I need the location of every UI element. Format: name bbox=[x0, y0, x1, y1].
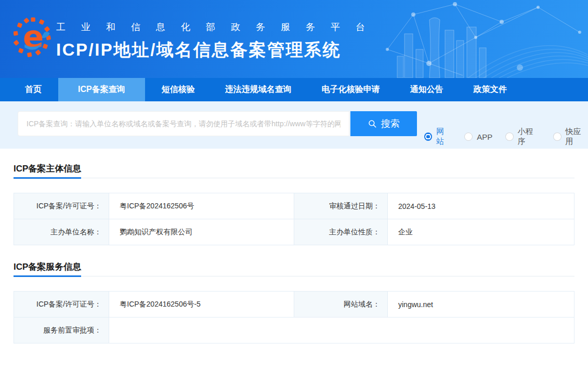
table-row: ICP备案/许可证号： 粤ICP备2024162506号-5 网站域名： yin… bbox=[14, 292, 574, 318]
service-info-title: ICP备案服务信息 bbox=[14, 262, 81, 277]
subject-info-table: ICP备案/许可证号： 粤ICP备2024162506号 审核通过日期： 202… bbox=[14, 193, 574, 245]
service-license-number-label: ICP备案/许可证号： bbox=[14, 292, 109, 318]
service-info-table: ICP备案/许可证号： 粤ICP备2024162506号-5 网站域名： yin… bbox=[14, 291, 574, 343]
radio-selected-icon bbox=[424, 133, 432, 141]
radio-unselected-icon bbox=[505, 133, 514, 141]
approval-date-value: 2024-05-13 bbox=[388, 193, 574, 219]
service-info-section-head: ICP备案服务信息 bbox=[14, 262, 574, 276]
license-number-label: ICP备案/许可证号： bbox=[14, 193, 109, 219]
gear-e-logo-icon: e bbox=[14, 17, 53, 59]
main-content: ICP备案主体信息 ICP备案/许可证号： 粤ICP备2024162506号 审… bbox=[0, 164, 588, 343]
radio-option-app[interactable]: APP bbox=[464, 133, 492, 141]
pre-approval-label: 服务前置审批项： bbox=[14, 318, 109, 343]
platform-subtitle: 工业和信息化部政务服务平台 bbox=[56, 21, 381, 33]
header-text: 工业和信息化部政务服务平台 ICP/IP地址/域名信息备案管理系统 bbox=[56, 21, 381, 62]
nav-item-policy-files[interactable]: 政策文件 bbox=[460, 78, 520, 101]
search-section: 搜索 网站 APP 小程序 快应用 bbox=[0, 101, 588, 149]
radio-option-quickapp[interactable]: 快应用 bbox=[553, 127, 588, 147]
header-city-decoration bbox=[380, 0, 588, 78]
radio-unselected-icon bbox=[464, 133, 473, 141]
radio-option-miniprogram[interactable]: 小程序 bbox=[505, 127, 540, 147]
organizer-nature-value: 企业 bbox=[388, 219, 574, 245]
approval-date-label: 审核通过日期： bbox=[294, 193, 387, 219]
website-domain-value: yingwu.net bbox=[388, 292, 574, 318]
search-type-options: 网站 APP 小程序 快应用 bbox=[424, 127, 588, 147]
magnifier-icon bbox=[368, 119, 377, 128]
nav-item-sms-verify[interactable]: 短信核验 bbox=[148, 78, 208, 101]
table-row: ICP备案/许可证号： 粤ICP备2024162506号 审核通过日期： 202… bbox=[14, 193, 574, 219]
table-row: 主办单位名称： 鹦鹉知识产权有限公司 主办单位性质： 企业 bbox=[14, 219, 574, 245]
license-number-value: 粤ICP备2024162506号 bbox=[109, 193, 294, 219]
subject-info-title: ICP备案主体信息 bbox=[14, 164, 81, 179]
header-banner: e 工业和信息化部政务服务平台 ICP/IP地址/域名信息备案管理系统 bbox=[0, 0, 588, 78]
radio-option-website[interactable]: 网站 bbox=[424, 127, 451, 147]
main-nav: 首页 ICP备案查询 短信核验 违法违规域名查询 电子化核验申请 通知公告 政策… bbox=[0, 78, 588, 101]
search-button[interactable]: 搜索 bbox=[350, 111, 417, 136]
website-domain-label: 网站域名： bbox=[294, 292, 387, 318]
organizer-name-label: 主办单位名称： bbox=[14, 219, 109, 245]
nav-item-notices[interactable]: 通知公告 bbox=[397, 78, 457, 101]
search-button-label: 搜索 bbox=[381, 117, 400, 130]
nav-item-icp-query[interactable]: ICP备案查询 bbox=[58, 78, 145, 101]
table-row: 服务前置审批项： bbox=[14, 318, 574, 343]
nav-item-home[interactable]: 首页 bbox=[11, 78, 55, 101]
pre-approval-value bbox=[109, 318, 574, 343]
search-input[interactable] bbox=[18, 111, 349, 136]
service-license-number-value: 粤ICP备2024162506号-5 bbox=[109, 292, 294, 318]
subject-info-section-head: ICP备案主体信息 bbox=[14, 164, 574, 178]
organizer-nature-label: 主办单位性质： bbox=[294, 219, 387, 245]
site-title: ICP/IP地址/域名信息备案管理系统 bbox=[56, 38, 381, 62]
nav-item-illegal-domain-query[interactable]: 违法违规域名查询 bbox=[212, 78, 305, 101]
nav-item-e-verification[interactable]: 电子化核验申请 bbox=[308, 78, 394, 101]
radio-unselected-icon bbox=[553, 133, 561, 141]
page: e 工业和信息化部政务服务平台 ICP/IP地址/域名信息备案管理系统 首页 I… bbox=[0, 0, 588, 370]
organizer-name-value: 鹦鹉知识产权有限公司 bbox=[109, 219, 294, 245]
